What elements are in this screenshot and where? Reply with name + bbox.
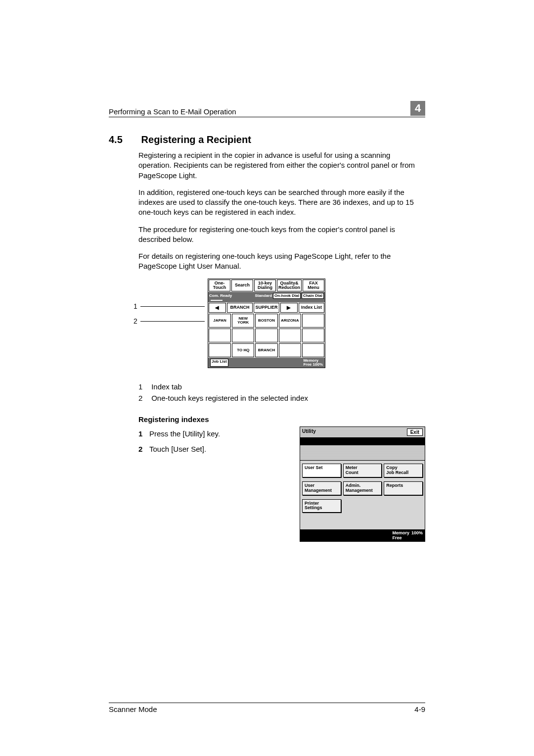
memory-free-value: 100%: [411, 530, 423, 540]
running-header-text: Performing a Scan to E-Mail Operation: [109, 107, 236, 116]
section-body: Registering a recipient in the copier in…: [138, 150, 425, 272]
onetouch-key[interactable]: BOSTON: [255, 314, 277, 328]
legend-number: 2: [138, 394, 149, 402]
onetouch-key[interactable]: JAPAN: [209, 314, 231, 328]
callout-1: 1: [134, 302, 137, 310]
onetouch-key[interactable]: [302, 314, 324, 328]
user-set-button[interactable]: User Set: [302, 464, 341, 477]
paragraph: For details on registering one-touch key…: [138, 251, 425, 272]
paragraph: Registering a recipient in the copier in…: [138, 150, 425, 181]
footer-rule: [109, 703, 425, 703]
onetouch-row: [208, 328, 325, 343]
step-number: 2: [138, 445, 149, 453]
admin-management-button[interactable]: Admin. Management: [343, 481, 382, 495]
tab-10key[interactable]: 10-key Dialing: [254, 280, 276, 291]
onetouch-key[interactable]: [255, 329, 277, 342]
onetouch-key[interactable]: [302, 329, 324, 342]
user-management-button[interactable]: User Management: [302, 481, 341, 495]
status-com-ready: Com. Ready: [209, 294, 232, 298]
onetouch-key[interactable]: ARIZONA: [279, 314, 301, 328]
index-list-button[interactable]: Index List: [299, 303, 324, 313]
figure-legend: 1 Index tab 2 One-touch keys registered …: [138, 382, 425, 402]
onetouch-key[interactable]: [209, 329, 231, 342]
fax-tabs-row: One-Touch Search 10-key Dialing Quality&…: [208, 279, 325, 292]
section-number: 4.5: [109, 134, 138, 145]
index-tab-branch[interactable]: BRANCH: [227, 303, 253, 313]
fax-panel: One-Touch Search 10-key Dialing Quality&…: [208, 279, 325, 368]
header-rule: [109, 117, 425, 117]
legend-item: 1 Index tab: [138, 382, 425, 391]
callout-2: 2: [134, 317, 137, 325]
page: Performing a Scan to E-Mail Operation 4 …: [0, 0, 534, 756]
utility-title: Utility: [302, 428, 316, 436]
paragraph: In addition, registered one-touch keys c…: [138, 188, 425, 218]
utility-strip: [300, 445, 425, 461]
index-prev-button[interactable]: ◀: [209, 303, 226, 313]
legend-text: Index tab: [151, 382, 182, 391]
section-title: Registering a Recipient: [141, 134, 251, 145]
legend-number: 1: [138, 382, 149, 391]
tab-fax-menu[interactable]: FAX Menu: [303, 280, 324, 291]
chapter-badge: 4: [410, 101, 425, 116]
utility-strip: [300, 438, 425, 445]
index-tab-supplier[interactable]: SUPPLIER: [254, 303, 279, 313]
utility-body: User Set Meter Count Copy Job Recall Use…: [300, 461, 425, 529]
copy-job-recall-button[interactable]: Copy Job Recall: [384, 464, 423, 477]
utility-footer: Memory Free 100%: [300, 529, 425, 541]
step-text: Press the [Utility] key.: [149, 429, 220, 438]
onetouch-key[interactable]: [209, 343, 231, 357]
onetouch-key[interactable]: [279, 329, 301, 342]
chain-dial-button[interactable]: Chain Dial: [302, 293, 324, 299]
step-text: Touch [User Set].: [149, 445, 206, 453]
sub-heading: Registering indexes: [138, 415, 425, 424]
index-row: ◀ BRANCH SUPPLIER ▶ Index List: [208, 302, 325, 313]
fax-panel-figure: 1 2 One-Touch Search 10-key Dialing Qual…: [138, 279, 425, 368]
footer-left: Scanner Mode: [109, 705, 157, 713]
fax-status-bar: Com. Ready Standard On-hook Dial Chain D…: [208, 292, 325, 300]
utility-row: User Set Meter Count Copy Job Recall: [302, 464, 423, 477]
tab-one-touch[interactable]: One-Touch: [209, 280, 230, 291]
on-hook-dial-button[interactable]: On-hook Dial: [273, 293, 301, 299]
onetouch-key[interactable]: [279, 343, 301, 357]
page-footer: Scanner Mode 4-9: [109, 703, 425, 713]
utility-panel: Utility Exit User Set Meter Count Copy J…: [300, 426, 425, 542]
onetouch-key[interactable]: TO HQ: [232, 343, 254, 357]
memory-free-label: Memory Free: [392, 530, 409, 540]
running-header: Performing a Scan to E-Mail Operation 4: [109, 104, 425, 116]
memory-free-label: Memory Free 100%: [303, 359, 323, 367]
tab-search[interactable]: Search: [231, 280, 253, 291]
index-next-button[interactable]: ▶: [280, 303, 298, 313]
onetouch-key[interactable]: NEW YORK: [232, 314, 254, 328]
exit-button[interactable]: Exit: [407, 428, 423, 436]
onetouch-row: TO HQ BRANCH: [208, 343, 325, 358]
onetouch-key[interactable]: [232, 329, 254, 342]
reports-button[interactable]: Reports: [384, 481, 423, 495]
meter-count-button[interactable]: Meter Count: [343, 464, 382, 477]
onetouch-row: JAPAN NEW YORK BOSTON ARIZONA: [208, 313, 325, 328]
onetouch-key[interactable]: [302, 343, 324, 357]
utility-title-bar: Utility Exit: [300, 427, 425, 438]
utility-row: Printer Settings: [302, 499, 423, 513]
onetouch-key[interactable]: BRANCH: [255, 343, 277, 357]
legend-item: 2 One-touch keys registered in the selec…: [138, 394, 425, 402]
status-standard: Standard: [255, 294, 272, 298]
printer-settings-button[interactable]: Printer Settings: [302, 499, 341, 513]
fax-job-bar: Job List Memory Free 100%: [208, 358, 325, 368]
legend-text: One-touch keys registered in the selecte…: [151, 394, 308, 402]
tab-quality[interactable]: Quality& Reduction: [277, 280, 302, 291]
footer-right: 4-9: [414, 705, 425, 713]
step-number: 1: [138, 429, 149, 438]
paragraph: The procedure for registering one-touch …: [138, 225, 425, 245]
section-heading: 4.5 Registering a Recipient: [109, 134, 425, 145]
utility-row: User Management Admin. Management Report…: [302, 481, 423, 495]
job-list-button[interactable]: Job List: [210, 359, 228, 367]
